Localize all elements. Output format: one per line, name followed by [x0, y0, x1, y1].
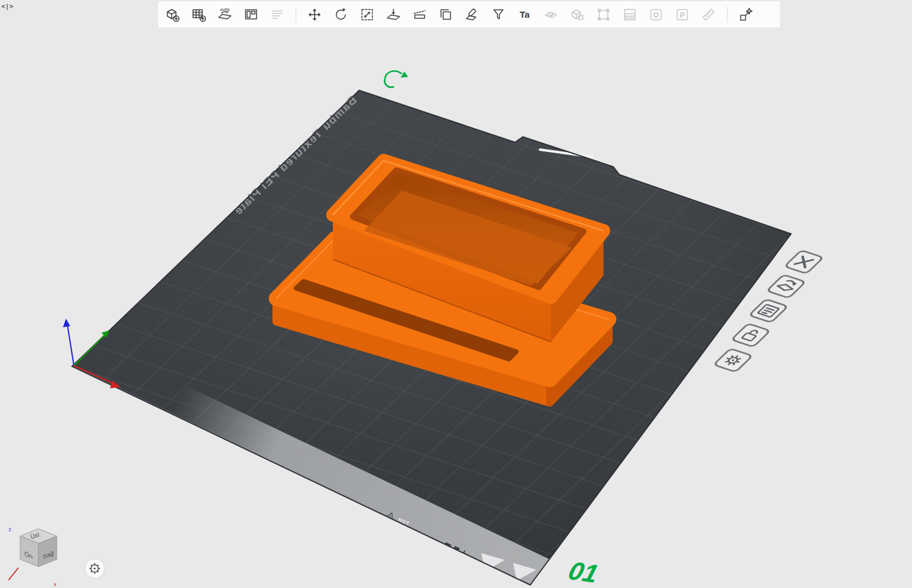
- scale-button[interactable]: [359, 7, 375, 23]
- move-icon: [307, 7, 323, 23]
- add-object-icon: [164, 7, 180, 23]
- variable-layer-height-button[interactable]: [622, 7, 638, 23]
- svg-text:Ta: Ta: [520, 9, 530, 20]
- nav-cube[interactable]: z Üst Ön Sağ x: [9, 526, 57, 587]
- clone-button[interactable]: [438, 7, 454, 23]
- add-object-button[interactable]: [164, 7, 180, 23]
- svg-text:P: P: [680, 10, 685, 19]
- assembly-view-button[interactable]: [738, 7, 754, 23]
- layers-list-icon: [269, 7, 285, 23]
- support-painting-icon: [491, 7, 506, 23]
- deform-icon: [596, 7, 611, 23]
- move-button[interactable]: [307, 7, 323, 23]
- rotate-button[interactable]: [333, 7, 349, 23]
- mesh-boolean-icon: [569, 7, 585, 23]
- auto-orient-icon: AUTO: [217, 7, 233, 23]
- arrange-icon: [243, 7, 259, 23]
- clone-icon: [438, 7, 454, 23]
- cut-button[interactable]: [412, 7, 428, 23]
- nav-cube-z-label: z: [9, 526, 12, 532]
- arrange-button[interactable]: [243, 7, 259, 23]
- toolbar-separator: [727, 7, 728, 23]
- deform-button[interactable]: [596, 7, 611, 23]
- nav-cube-x-label: x: [54, 581, 57, 587]
- variable-layer-height-icon: [622, 7, 638, 23]
- orient-plate-button[interactable]: [767, 275, 805, 298]
- layers-list-button[interactable]: [269, 7, 285, 23]
- seam-painting-icon: [464, 7, 480, 23]
- cut-icon: [412, 7, 428, 23]
- letter-p-tool-icon: P: [674, 7, 690, 23]
- rotate-icon: [333, 7, 349, 23]
- view-settings-button[interactable]: [85, 559, 104, 578]
- color-painting-button[interactable]: [543, 7, 559, 23]
- lock-plate-button[interactable]: [731, 324, 770, 347]
- delete-plate-button[interactable]: [784, 250, 823, 274]
- view-gear-icon: [89, 563, 100, 574]
- add-plate-icon: [191, 7, 206, 23]
- svg-text:O: O: [653, 10, 658, 19]
- letter-o-tool-icon: O: [648, 7, 664, 23]
- lay-on-face-icon: [385, 7, 401, 23]
- viewport-3d[interactable]: Bambu Textured PEI Plate PLA/ABS/PETG HO…: [0, 0, 912, 588]
- color-painting-icon: [543, 7, 559, 23]
- add-plate-button[interactable]: [191, 7, 206, 23]
- svg-text:AUTO: AUTO: [220, 8, 230, 12]
- plate-config-button[interactable]: [713, 349, 752, 372]
- lay-on-face-button[interactable]: [385, 7, 401, 23]
- plate-settings-button[interactable]: [749, 299, 787, 322]
- measure-button[interactable]: [701, 7, 717, 23]
- plate-number: 01: [566, 556, 602, 588]
- auto-orient-button[interactable]: AUTO: [217, 7, 233, 23]
- seam-painting-button[interactable]: [464, 7, 480, 23]
- support-painting-button[interactable]: [491, 7, 506, 23]
- scale-icon: [359, 7, 375, 23]
- measure-icon: [701, 7, 717, 23]
- letter-p-tool-button[interactable]: P: [674, 7, 690, 23]
- toolbar-separator: [296, 7, 296, 23]
- letter-o-tool-button[interactable]: O: [648, 7, 664, 23]
- main-toolbar: AUTO: [158, 1, 781, 28]
- text-tool-button[interactable]: Ta: [517, 7, 533, 23]
- assembly-view-icon: [738, 7, 754, 23]
- mesh-boolean-button[interactable]: [569, 7, 585, 23]
- text-tool-icon: Ta: [517, 7, 533, 23]
- gizmo-arrow: [385, 71, 408, 87]
